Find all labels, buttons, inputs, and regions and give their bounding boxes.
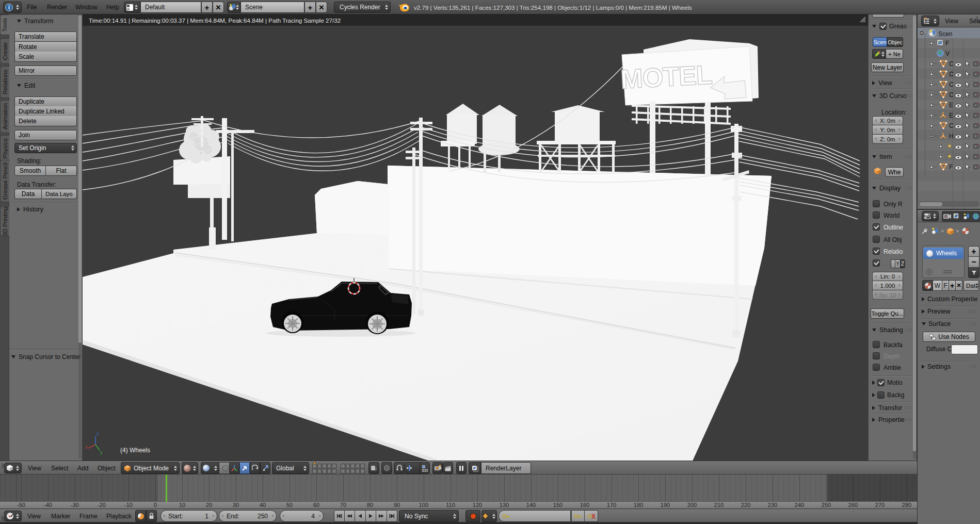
svg-text:z: z [97,431,99,436]
svg-text:x: x [85,445,88,450]
svg-text:y: y [100,450,103,455]
svg-text:MOTEL: MOTEL [620,59,713,94]
